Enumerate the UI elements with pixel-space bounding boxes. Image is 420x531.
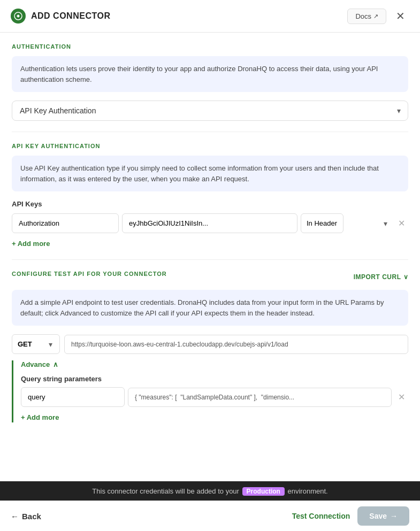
api-key-location-wrapper: In Header In Query In Body ▾ <box>301 213 392 233</box>
api-key-info: Use API Key authentication type if you s… <box>12 156 408 191</box>
import-curl-chevron-icon: ∨ <box>403 273 409 281</box>
api-key-location-select[interactable]: In Header In Query In Body <box>301 213 343 233</box>
advance-chevron-icon: ∧ <box>53 360 58 368</box>
add-more-api-key-button[interactable]: + Add more <box>12 238 50 249</box>
query-params-label: Query string parameters <box>21 375 408 383</box>
page-title: ADD CONNECTOR <box>31 11 110 21</box>
api-url-input[interactable] <box>64 335 408 354</box>
advance-bar: Advance ∧ Query string parameters ✕ + Ad… <box>12 360 408 422</box>
close-button[interactable]: ✕ <box>392 7 409 25</box>
configure-section: CONFIGURE TEST API FOR YOUR CONNECTOR IM… <box>12 271 408 422</box>
import-curl-button[interactable]: IMPORT CURL ∨ <box>354 273 408 281</box>
query-param-value-input[interactable] <box>128 388 392 407</box>
url-row: GET POST PUT PATCH DELETE ▾ <box>12 334 408 354</box>
bottom-right-actions: Test Connection Save → <box>292 506 409 526</box>
add-more-param-button[interactable]: + Add more <box>21 412 59 422</box>
header: ADD CONNECTOR Docs ↗ ✕ <box>0 0 420 33</box>
query-param-row: ✕ <box>21 387 408 407</box>
authentication-section: AUTHENTICATION Authentication lets users… <box>12 43 408 121</box>
authentication-info: Authentication lets users prove their id… <box>12 56 408 92</box>
configure-info: Add a simple API endpoint to test user c… <box>12 290 408 326</box>
footer-spacer <box>12 429 408 482</box>
logo-icon <box>11 9 26 24</box>
api-keys-label: API Keys <box>12 200 408 208</box>
auth-type-select-wrapper: API Key Authentication Basic Authenticat… <box>12 101 408 121</box>
authentication-title: AUTHENTICATION <box>12 43 408 50</box>
configure-header: CONFIGURE TEST API FOR YOUR CONNECTOR IM… <box>12 271 408 283</box>
back-arrow-icon: ← <box>11 512 19 521</box>
divider-1 <box>12 132 408 132</box>
api-key-title: API KEY AUTHENTICATION <box>12 143 408 149</box>
api-key-name-input[interactable] <box>12 213 119 233</box>
save-arrow-icon: → <box>390 512 398 520</box>
delete-api-key-button[interactable]: ✕ <box>395 216 408 230</box>
footer-notice: This connector credentials will be added… <box>0 481 420 501</box>
external-link-icon: ↗ <box>373 13 378 20</box>
delete-param-button[interactable]: ✕ <box>395 390 408 404</box>
bottom-bar: ← Back Test Connection Save → <box>0 501 420 531</box>
http-method-select[interactable]: GET POST PUT PATCH DELETE <box>12 334 60 354</box>
docs-button[interactable]: Docs ↗ <box>347 9 386 24</box>
method-select-wrapper: GET POST PUT PATCH DELETE ▾ <box>12 334 60 354</box>
divider-2 <box>12 259 408 260</box>
save-button[interactable]: Save → <box>357 506 409 526</box>
query-param-name-input[interactable] <box>21 387 125 407</box>
api-key-section: API KEY AUTHENTICATION Use API Key authe… <box>12 143 408 249</box>
auth-type-select[interactable]: API Key Authentication Basic Authenticat… <box>12 101 408 121</box>
advance-toggle-button[interactable]: Advance ∧ <box>21 360 58 368</box>
back-button[interactable]: ← Back <box>11 512 41 521</box>
configure-title: CONFIGURE TEST API FOR YOUR CONNECTOR <box>12 271 167 277</box>
env-badge: Production <box>242 487 285 496</box>
location-arrow-icon: ▾ <box>384 219 387 228</box>
main-content: AUTHENTICATION Authentication lets users… <box>0 33 420 493</box>
api-key-row: In Header In Query In Body ▾ ✕ <box>12 213 408 233</box>
header-right: Docs ↗ ✕ <box>347 7 409 25</box>
test-connection-button[interactable]: Test Connection <box>292 512 350 520</box>
header-left: ADD CONNECTOR <box>11 9 110 24</box>
api-key-value-input[interactable] <box>122 213 297 233</box>
